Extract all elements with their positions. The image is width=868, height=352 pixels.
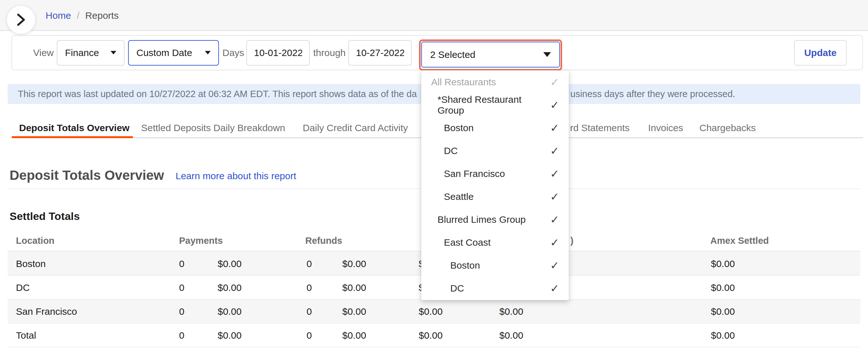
dropdown-option-east-coast[interactable]: East Coast ✓ [421,231,569,254]
tab-chargebacks[interactable]: Chargebacks [700,118,756,138]
cell-refunds-count: 0 [307,276,312,300]
check-icon: ✓ [550,144,560,157]
dropdown-option-label: Seattle [444,191,473,202]
page-title: Deposit Totals Overview [9,168,164,183]
cell-refunds-amount: $0.00 [342,276,366,300]
view-label: View [33,47,54,58]
cell-net-amount: $0.00 [419,300,443,323]
end-date-input[interactable] [348,40,412,66]
tab-deposit-totals-overview[interactable]: Deposit Totals Overview [19,118,129,138]
top-header-band: Home / Reports [0,0,868,31]
date-mode-select[interactable]: Custom Date [128,40,219,66]
cell-payments-amount: $0.00 [218,276,242,300]
view-select[interactable]: Finance [57,40,125,66]
dropdown-option-seattle[interactable]: Seattle ✓ [421,185,569,208]
update-button[interactable]: Update [794,40,847,66]
cell-location: Total [16,323,36,347]
tab-daily-credit-card-activity[interactable]: Daily Credit Card Activity [303,118,408,138]
cell-refunds-count: 0 [307,252,312,276]
tab-settled-deposits-daily-breakdown[interactable]: Settled Deposits Daily Breakdown [141,118,285,138]
caret-down-icon [111,51,116,55]
cell-payments-count: 0 [179,300,185,323]
date-mode-select-value: Custom Date [136,47,192,58]
breadcrumb-separator: / [77,10,79,21]
dropdown-option-all-restaurants[interactable]: All Restaurants ✓ [421,71,569,94]
col-header-location: Location [16,231,55,251]
settled-totals-heading: Settled Totals [9,210,80,222]
tab-statements-fragment[interactable]: rd Statements [570,118,630,138]
check-icon: ✓ [550,282,560,295]
check-icon: ✓ [550,76,560,89]
cell-refunds-amount: $0.00 [342,323,366,347]
col-header-amex-settled: Amex Settled [710,231,769,251]
col-header-payments: Payments [179,231,223,251]
view-select-value: Finance [65,47,99,58]
table-row-san-francisco: San Francisco 0 $0.00 0 $0.00 $0.00 $0.0… [8,300,860,323]
cell-amex-settled: $0.00 [711,300,735,323]
breadcrumb-home-link[interactable]: Home [45,10,71,21]
location-dropdown-panel: All Restaurants ✓ *Shared Restaurant Gro… [421,70,569,300]
tab-invoices[interactable]: Invoices [648,118,683,138]
cell-refunds-amount: $0.00 [342,300,366,323]
through-label: through [313,47,346,58]
banner-text-left: This report was last updated on 10/27/20… [18,84,417,104]
location-select[interactable]: 2 Selected [421,42,560,67]
cell-location: DC [16,276,30,300]
cell-amex-settled: $0.00 [711,252,735,276]
cell-payments-amount: $0.00 [218,252,242,276]
col-header-refunds: Refunds [305,231,342,251]
cell-settled-amount: $0.00 [499,300,523,323]
check-icon: ✓ [550,236,560,249]
chevron-right-icon [16,13,26,27]
caret-down-icon [543,52,551,57]
cell-location: San Francisco [16,300,77,323]
learn-more-link[interactable]: Learn more about this report [176,171,296,181]
dropdown-option-east-coast-boston[interactable]: Boston ✓ [421,254,569,277]
cell-payments-amount: $0.00 [218,300,242,323]
dropdown-option-blurred-limes-group[interactable]: Blurred Limes Group ✓ [421,208,569,231]
cell-amex-settled: $0.00 [711,276,735,300]
dropdown-option-label: East Coast [444,237,491,248]
cell-refunds-amount: $0.00 [342,252,366,276]
dropdown-option-shared-restaurant-group[interactable]: *Shared Restaurant Group ✓ [421,94,569,116]
dropdown-option-label: Blurred Limes Group [437,214,526,225]
dropdown-option-label: DC [444,145,458,156]
banner-text-right: usiness days after they were processed. [570,84,735,104]
days-label: Days [222,47,244,58]
check-icon: ✓ [550,99,560,111]
caret-down-icon [205,51,211,55]
active-tab-indicator [12,136,133,138]
dropdown-option-label: Boston [450,260,480,271]
cell-payments-count: 0 [179,323,185,347]
cell-refunds-count: 0 [307,300,312,323]
cell-settled-amount: $0.00 [499,323,523,347]
dropdown-option-east-coast-dc[interactable]: DC ✓ [421,277,569,300]
dropdown-option-label: San Francisco [444,168,505,179]
cell-payments-count: 0 [179,276,185,300]
dropdown-option-label: DC [450,283,464,294]
col-header-hidden-fragment: ) [570,231,574,251]
check-icon: ✓ [550,213,560,226]
check-icon: ✓ [550,121,560,134]
dropdown-option-label: Boston [444,122,473,133]
cell-location: Boston [16,252,45,276]
check-icon: ✓ [550,190,560,203]
breadcrumb-current: Reports [85,10,119,21]
sidebar-expand-button[interactable] [6,5,36,34]
check-icon: ✓ [550,259,560,272]
breadcrumb: Home / Reports [45,0,119,31]
location-select-value: 2 Selected [430,49,475,60]
dropdown-option-san-francisco[interactable]: San Francisco ✓ [421,162,569,185]
start-date-input[interactable] [246,40,310,66]
dropdown-option-dc[interactable]: DC ✓ [421,139,569,162]
dropdown-option-label: *Shared Restaurant Group [437,94,550,116]
check-icon: ✓ [550,167,560,180]
table-row-total: Total 0 $0.00 0 $0.00 $0.00 $0.00 $0.00 [8,323,860,347]
dropdown-option-label: All Restaurants [431,77,496,87]
cell-amex-settled: $0.00 [711,323,735,347]
cell-refunds-count: 0 [307,323,312,347]
annotation-highlight-box: 2 Selected [419,39,562,71]
cell-payments-count: 0 [179,252,185,276]
dropdown-option-boston[interactable]: Boston ✓ [421,116,569,139]
cell-payments-amount: $0.00 [218,323,242,347]
